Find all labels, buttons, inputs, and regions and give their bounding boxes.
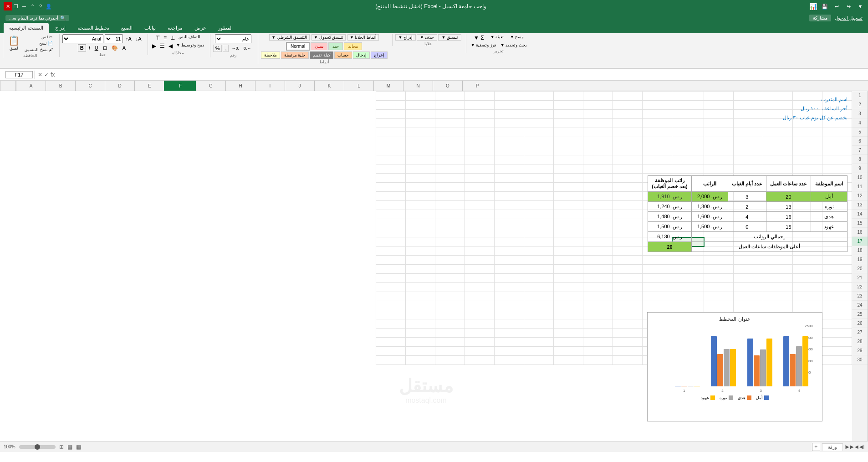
cell-H15[interactable] bbox=[613, 219, 643, 228]
cell-K6[interactable] bbox=[524, 137, 554, 146]
cell-I21[interactable] bbox=[583, 274, 613, 283]
cell-I19[interactable] bbox=[583, 256, 613, 265]
cell-D24[interactable] bbox=[734, 301, 763, 310]
cell-J4[interactable] bbox=[554, 119, 583, 128]
cell-H27[interactable] bbox=[613, 329, 643, 338]
tab-developer[interactable]: المطور bbox=[213, 23, 238, 33]
cell-P28[interactable] bbox=[376, 338, 406, 347]
checked-cell-style-box[interactable]: كيلة تقييم bbox=[310, 51, 333, 59]
cell-H23[interactable] bbox=[613, 292, 643, 301]
cell-I15[interactable] bbox=[583, 219, 613, 228]
cell-L7[interactable] bbox=[495, 146, 524, 155]
cell-M12[interactable] bbox=[465, 192, 495, 201]
bad-style-box[interactable]: سيئ bbox=[311, 42, 327, 50]
cell-I8[interactable] bbox=[583, 155, 613, 164]
cell-M2[interactable] bbox=[465, 101, 495, 110]
minimize-btn[interactable]: ─ bbox=[20, 2, 28, 10]
cell-H8[interactable] bbox=[613, 155, 643, 164]
cell-J25[interactable] bbox=[554, 310, 583, 319]
cell-E5[interactable] bbox=[704, 128, 734, 137]
cell-P15[interactable] bbox=[376, 219, 406, 228]
cell-K17[interactable] bbox=[524, 237, 554, 246]
cell-I17[interactable] bbox=[583, 237, 613, 246]
cell-K2[interactable] bbox=[524, 101, 554, 110]
cell-J7[interactable] bbox=[554, 146, 583, 155]
cell-L21[interactable] bbox=[495, 274, 524, 283]
cell-O5[interactable] bbox=[406, 128, 435, 137]
italic-btn[interactable]: I bbox=[87, 45, 92, 51]
cell-J3[interactable] bbox=[554, 110, 583, 119]
cell-P27[interactable] bbox=[376, 329, 406, 338]
cell-M30[interactable] bbox=[465, 356, 495, 365]
cell-L18[interactable] bbox=[495, 246, 524, 256]
cell-I22[interactable] bbox=[583, 283, 613, 292]
cell-N6[interactable] bbox=[435, 137, 465, 146]
cell-O18[interactable] bbox=[406, 246, 435, 256]
cell-N26[interactable] bbox=[435, 319, 465, 329]
border-btn[interactable]: ⊞ bbox=[101, 45, 109, 51]
cell-D1[interactable] bbox=[734, 92, 763, 101]
add-sheet-btn[interactable]: + bbox=[812, 443, 820, 451]
cell-H14[interactable] bbox=[613, 210, 643, 219]
cell-H18[interactable] bbox=[613, 246, 643, 256]
cell-K27[interactable] bbox=[524, 329, 554, 338]
cell-N8[interactable] bbox=[435, 155, 465, 164]
cell-H19[interactable] bbox=[613, 256, 643, 265]
cell-N23[interactable] bbox=[435, 292, 465, 301]
cell-K23[interactable] bbox=[524, 292, 554, 301]
align-center-btn[interactable]: ☰ bbox=[158, 42, 166, 50]
user-icon[interactable]: 👤 bbox=[45, 2, 53, 10]
cell-I26[interactable] bbox=[583, 319, 613, 329]
cell-L10[interactable] bbox=[495, 174, 524, 183]
cell-A29[interactable] bbox=[822, 347, 852, 356]
increase-font-btn[interactable]: A↑ bbox=[124, 36, 133, 42]
cell-D21[interactable] bbox=[734, 274, 763, 283]
cell-C21[interactable] bbox=[763, 274, 793, 283]
increase-decimal-btn[interactable]: .0→ bbox=[230, 46, 241, 51]
cell-O22[interactable] bbox=[406, 283, 435, 292]
cell-N29[interactable] bbox=[435, 347, 465, 356]
cell-B22[interactable] bbox=[793, 283, 822, 292]
cell-A7[interactable] bbox=[822, 146, 852, 155]
cell-J12[interactable] bbox=[554, 192, 583, 201]
cell-J13[interactable] bbox=[554, 201, 583, 210]
cell-G19[interactable] bbox=[643, 256, 672, 265]
zoom-slider[interactable] bbox=[19, 445, 56, 449]
cell-A30[interactable] bbox=[822, 356, 852, 365]
cell-M8[interactable] bbox=[465, 155, 495, 164]
cell-M10[interactable] bbox=[465, 174, 495, 183]
cell-A5[interactable] bbox=[822, 128, 852, 137]
cell-I5[interactable] bbox=[583, 128, 613, 137]
cell-O8[interactable] bbox=[406, 155, 435, 164]
cell-ref-box[interactable] bbox=[5, 71, 33, 78]
login-link[interactable]: تسجيل الدخول bbox=[835, 15, 863, 21]
cell-H2[interactable] bbox=[613, 101, 643, 110]
cell-F2[interactable] bbox=[672, 101, 704, 110]
cell-J28[interactable] bbox=[554, 338, 583, 347]
font-size-select[interactable]: 11 bbox=[105, 34, 123, 43]
cell-H11[interactable] bbox=[613, 183, 643, 192]
align-top-btn[interactable]: ⊤ bbox=[154, 34, 161, 41]
sheet-tab[interactable]: ورقة bbox=[822, 443, 843, 451]
zoom-level[interactable]: 100% bbox=[4, 444, 15, 449]
cell-N21[interactable] bbox=[435, 274, 465, 283]
cell-J30[interactable] bbox=[554, 356, 583, 365]
confirm-formula-icon[interactable]: ✓ bbox=[44, 72, 49, 78]
cell-H22[interactable] bbox=[613, 283, 643, 292]
cell-I7[interactable] bbox=[583, 146, 613, 155]
cell-L26[interactable] bbox=[495, 319, 524, 329]
cell-A22[interactable] bbox=[822, 283, 852, 292]
cell-P20[interactable] bbox=[376, 265, 406, 274]
cell-F22[interactable] bbox=[672, 283, 704, 292]
cell-I28[interactable] bbox=[583, 338, 613, 347]
cell-K3[interactable] bbox=[524, 110, 554, 119]
cell-E20[interactable] bbox=[704, 265, 734, 274]
cell-A28[interactable] bbox=[822, 338, 852, 347]
cell-F3[interactable] bbox=[672, 110, 704, 119]
cell-A24[interactable] bbox=[822, 301, 852, 310]
cell-K4[interactable] bbox=[524, 119, 554, 128]
cell-L15[interactable] bbox=[495, 219, 524, 228]
cell-J18[interactable] bbox=[554, 246, 583, 256]
close-btn[interactable]: ✕ bbox=[4, 2, 12, 10]
cell-K11[interactable] bbox=[524, 183, 554, 192]
